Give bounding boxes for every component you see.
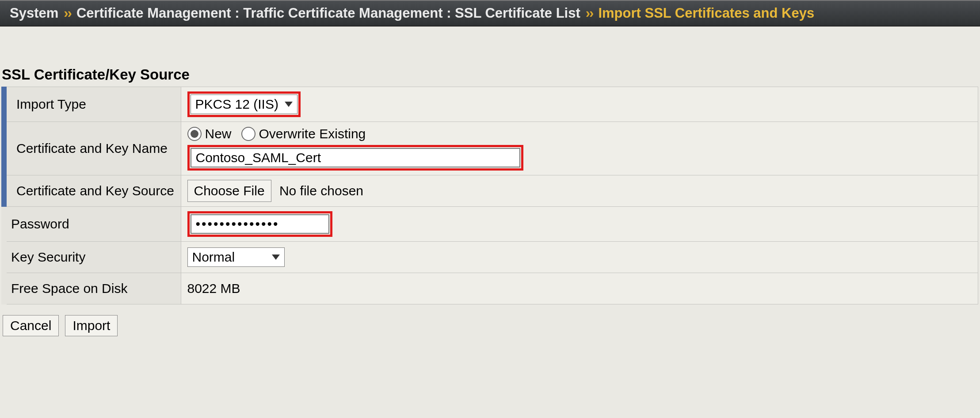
label-free-space: Free Space on Disk — [4, 273, 181, 304]
key-security-value: Normal — [192, 250, 235, 265]
radio-overwrite-label: Overwrite Existing — [259, 126, 366, 141]
highlight-cert-name — [187, 145, 523, 171]
label-import-type: Import Type — [4, 87, 181, 122]
label-cert-key-name: Certificate and Key Name — [4, 122, 181, 175]
password-input[interactable] — [191, 214, 329, 234]
breadcrumb-current: Import SSL Certificates and Keys — [598, 5, 814, 21]
label-password: Password — [4, 207, 181, 242]
key-security-select[interactable]: Normal — [187, 247, 285, 267]
cert-key-name-input[interactable] — [191, 148, 520, 167]
cancel-button[interactable]: Cancel — [3, 315, 59, 336]
chevron-down-icon — [285, 102, 293, 107]
import-type-value: PKCS 12 (IIS) — [195, 97, 278, 112]
import-button[interactable]: Import — [65, 315, 118, 336]
import-type-select[interactable]: PKCS 12 (IIS) — [191, 95, 297, 114]
breadcrumb-root[interactable]: System — [10, 5, 58, 21]
radio-new-label: New — [205, 126, 232, 141]
highlight-import-type: PKCS 12 (IIS) — [187, 91, 301, 117]
breadcrumb-separator-icon: ›› — [64, 5, 71, 21]
footer-buttons: Cancel Import — [0, 304, 980, 336]
chevron-down-icon — [272, 255, 280, 260]
label-cert-key-source: Certificate and Key Source — [4, 175, 181, 207]
breadcrumb-separator-icon: ›› — [586, 5, 593, 21]
free-space-value: 8022 MB — [187, 281, 240, 296]
highlight-password — [187, 211, 332, 237]
radio-overwrite[interactable] — [241, 127, 255, 141]
radio-new[interactable] — [187, 127, 202, 141]
choose-file-button[interactable]: Choose File — [187, 180, 271, 202]
label-key-security: Key Security — [4, 242, 181, 273]
breadcrumb: System ›› Certificate Management : Traff… — [0, 0, 980, 27]
section-title: SSL Certificate/Key Source — [0, 66, 980, 87]
file-chosen-status: No file chosen — [279, 183, 363, 198]
ssl-source-form: Import Type PKCS 12 (IIS) Certificate an… — [1, 87, 978, 304]
breadcrumb-path[interactable]: Certificate Management : Traffic Certifi… — [76, 5, 580, 21]
